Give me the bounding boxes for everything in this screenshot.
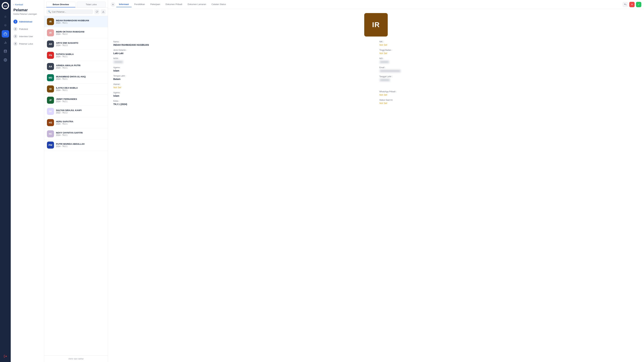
applicant-info: HERU SAPUTRA 2024 - TKJ 1 bbox=[56, 120, 73, 125]
kelas-label: Kelas : bbox=[113, 100, 372, 102]
nama-value: INDAH RAHMADANI HASIBUAN bbox=[113, 43, 372, 46]
list-item[interactable]: FN FATHIYA NABILA 2024 - TKJ 1 bbox=[44, 50, 108, 61]
nav-step-3[interactable]: 3 Interview User bbox=[11, 33, 44, 40]
profile-photo: IR bbox=[364, 13, 388, 36]
alamat-label: Alamat : bbox=[113, 83, 372, 85]
svg-rect-2 bbox=[4, 33, 7, 35]
applicant-year-class: 2024 - TKJ 1 bbox=[56, 134, 83, 136]
reject-button[interactable]: ✕ bbox=[629, 2, 634, 7]
applicant-name: JIMMY FERNANDES bbox=[56, 98, 77, 100]
chart-icon[interactable] bbox=[2, 39, 9, 46]
detail-tab-dokumen-pribadi[interactable]: Dokumen Pribadi bbox=[163, 2, 185, 7]
alamat-value: Not Set bbox=[113, 86, 372, 89]
back-label: Kembali bbox=[15, 3, 23, 6]
nama-label: Nama : bbox=[113, 40, 372, 43]
download-button[interactable] bbox=[101, 9, 106, 14]
nav-step-1[interactable]: 1 Administrasi bbox=[11, 18, 44, 25]
avatar: AD bbox=[47, 40, 54, 47]
applicant-info: INDAH RAHMADANI HASIBUAN 2024 - TKJ 1 bbox=[56, 19, 89, 24]
avatar: FN bbox=[47, 52, 54, 59]
list-item[interactable]: MD MUHAMMAD DHIYA-UL-HAQ 2024 - TKJ 1 bbox=[44, 72, 108, 83]
detail-tab-pendidikan[interactable]: Pendidikan bbox=[132, 2, 148, 7]
detail-tab-informasi[interactable]: Informasi bbox=[116, 2, 132, 7]
nis-value: ••••••••• bbox=[379, 60, 390, 64]
step-label-3: Interview User bbox=[19, 35, 33, 38]
step-num-3: 3 bbox=[14, 34, 18, 38]
list-item[interactable]: ID ILAYKA DEA NABILA 2024 - TKJ 1 bbox=[44, 83, 108, 95]
avatar: MD bbox=[47, 74, 54, 81]
profile-photo-wrap: IR bbox=[113, 13, 639, 36]
main-content: Belum DireviewTidak Lolos 🔍 IR INDAH RAH… bbox=[44, 0, 644, 362]
applicant-year-class: 2024 - TKJ 1 bbox=[56, 67, 80, 69]
detail-tab-dokumen-lamaran[interactable]: Dokumen Lamaran bbox=[185, 2, 209, 7]
list-item[interactable]: IR INDAH RAHMADANI HASIBUAN 2024 - TKJ 1 bbox=[44, 16, 108, 27]
list-item[interactable]: AA ARINDA AMALIA PUTRI 2024 - TKJ 1 bbox=[44, 61, 108, 72]
status-label: Status Saat Ini: bbox=[379, 99, 639, 101]
applicant-info: SULTAN SIRAJUL KAHFI 2022 - TKJ 2 bbox=[56, 109, 82, 114]
logout-icon[interactable] bbox=[2, 353, 9, 360]
step-label-2: Psikotest bbox=[19, 28, 28, 30]
refresh-button[interactable] bbox=[94, 9, 100, 14]
avatar: ID bbox=[47, 85, 54, 92]
applicant-year-class: 2022 - TKJ 2 bbox=[56, 112, 82, 114]
applicant-info: MUHAMMAD DHIYA-UL-HAQ 2024 - TKJ 1 bbox=[56, 75, 86, 80]
approve-button[interactable]: ✓ bbox=[636, 2, 641, 7]
list-item[interactable]: IR INDRI OKTAVIA RAMADANI 2024 - TKJ 2 bbox=[44, 27, 108, 38]
applicant-year-class: 2024 - TKJ 1 bbox=[56, 100, 77, 103]
list-item[interactable]: SK SULTAN SIRAJUL KAHFI 2022 - TKJ 2 bbox=[44, 106, 108, 117]
email-label: Email : bbox=[379, 66, 639, 69]
list-tab-belum-direview[interactable]: Belum Direview bbox=[46, 2, 76, 7]
status-value: Not Set bbox=[379, 102, 639, 104]
applicant-info: ARYO DWI SUSANTO 2024 - TKJ 3 bbox=[56, 42, 78, 46]
list-item[interactable]: JF JIMMY FERNANDES 2024 - TKJ 1 bbox=[44, 95, 108, 106]
applicant-name: MUHAMMAD DHIYA-UL-HAQ bbox=[56, 75, 86, 78]
nisn-field: NISN : ••••••••• bbox=[113, 57, 372, 64]
detail-tab-catatan-status[interactable]: Catatan Status bbox=[209, 2, 229, 7]
applicant-name: ARYO DWI SUSANTO bbox=[56, 42, 78, 44]
nik-label: NIK : bbox=[379, 40, 639, 43]
applicant-info: NOVY CHYNTIYA SAFITRI 2024 - TKJ 1 bbox=[56, 131, 83, 136]
settings-icon[interactable] bbox=[2, 56, 9, 64]
applicant-year-class: 2024 - TKJ 1 bbox=[56, 55, 74, 58]
smiley-icon[interactable]: ☺ bbox=[2, 21, 9, 29]
tempat-lahir-field: Tempat Lahir : Batam bbox=[113, 75, 372, 80]
close-button[interactable]: ✕ bbox=[111, 2, 115, 7]
back-button[interactable]: ‹ Kembali bbox=[11, 3, 44, 8]
kelas-value: TKJ 1 (2024) bbox=[113, 103, 372, 105]
avatar: PW bbox=[47, 142, 54, 149]
list-item[interactable]: PW PUTRI WARIDA ABDULLAH 2024 - TKJ 1 bbox=[44, 140, 108, 151]
avatar: NC bbox=[47, 130, 54, 137]
agama-field: Agama : Islam bbox=[113, 66, 372, 72]
detail-tabs: InformasiPendidikanPekerjaanDokumen Prib… bbox=[116, 2, 622, 7]
nav-step-4[interactable]: 4 Pelamar Lulus bbox=[11, 40, 44, 47]
applicant-name: INDRI OKTAVIA RAMADANI bbox=[56, 30, 84, 33]
search-bar: 🔍 bbox=[44, 7, 108, 16]
nav-step-2[interactable]: 2 Psikotest bbox=[11, 25, 44, 33]
list-item[interactable]: NC NOVY CHYNTIYA SAFITRI 2024 - TKJ 1 bbox=[44, 128, 108, 140]
applicant-name: SULTAN SIRAJUL KAHFI bbox=[56, 109, 82, 112]
app-logo: SMK bbox=[2, 2, 9, 9]
list-item[interactable]: AD ARYO DWI SUSANTO 2024 - TKJ 3 bbox=[44, 38, 108, 50]
detail-content: IR Nama : INDAH RAHMADANI HASIBUAN Jenis… bbox=[108, 9, 644, 362]
detail-tab-pekerjaan[interactable]: Pekerjaan bbox=[148, 2, 163, 7]
agama2-field: Agama : Islam bbox=[113, 91, 372, 97]
tanggal-lahir-value: •••••••••• bbox=[379, 78, 390, 82]
search-input[interactable] bbox=[52, 10, 91, 13]
agama-label: Agama : bbox=[113, 66, 372, 69]
undo-button[interactable] bbox=[622, 2, 628, 7]
chevron-left-icon: ‹ bbox=[14, 3, 14, 6]
home-icon[interactable]: ⌂ bbox=[2, 13, 9, 20]
list-tab-tidak-lolos[interactable]: Tidak Lolos bbox=[77, 2, 106, 7]
whatsapp-label: WhatsApp Pribadi : bbox=[379, 90, 639, 93]
tanggal-lahir-field: Tanggal Lahir : •••••••••• bbox=[379, 75, 639, 82]
database-icon[interactable] bbox=[2, 47, 9, 55]
page-title: Pelamar bbox=[11, 8, 44, 13]
detail-header: ✕ InformasiPendidikanPekerjaanDokumen Pr… bbox=[108, 0, 644, 9]
applicant-name: ILAYKA DEA NABILA bbox=[56, 87, 78, 89]
briefcase-icon[interactable] bbox=[2, 30, 9, 37]
agama2-value: Islam bbox=[113, 94, 372, 97]
applicant-info: FATHIYA NABILA 2024 - TKJ 1 bbox=[56, 53, 74, 58]
applicant-year-class: 2024 - TKJ 1 bbox=[56, 78, 86, 80]
list-item[interactable]: HS HERU SAPUTRA 2024 - TKJ 1 bbox=[44, 117, 108, 128]
applicant-name: HERU SAPUTRA bbox=[56, 120, 73, 123]
